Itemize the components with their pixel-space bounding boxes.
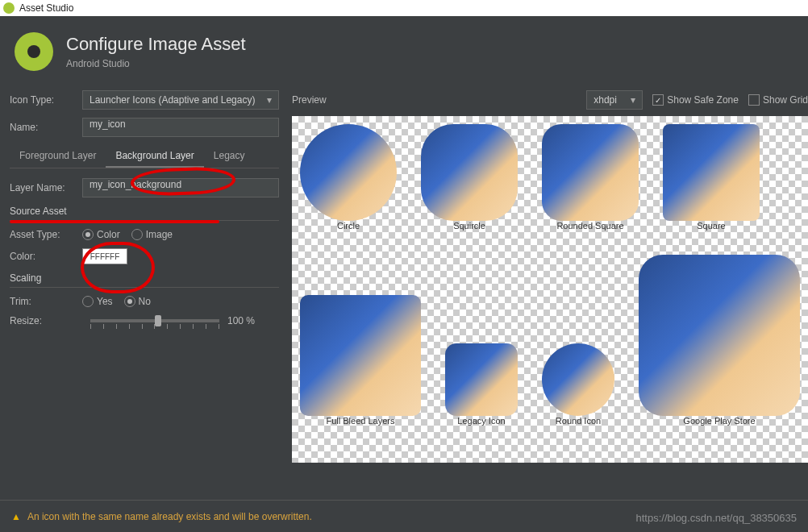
resize-value: 100 % xyxy=(227,315,255,326)
preview-label: Preview xyxy=(292,94,327,106)
safe-zone-label: Show Safe Zone xyxy=(667,94,739,106)
trim-yes-label: Yes xyxy=(97,296,113,307)
page-subtitle: Android Studio xyxy=(66,58,246,69)
resize-label: Resize: xyxy=(10,315,82,326)
density-select[interactable]: xhdpi xyxy=(586,90,643,110)
icon-type-label: Icon Type: xyxy=(10,94,82,106)
scaling-section: Scaling xyxy=(10,272,279,288)
window-title: Asset Studio xyxy=(19,2,73,14)
radio-trim-yes[interactable] xyxy=(82,296,94,307)
resize-slider[interactable] xyxy=(90,319,219,322)
radio-trim-no[interactable] xyxy=(124,296,135,307)
preview-grid: Circle Squircle Rounded Square Square Fu… xyxy=(292,116,808,463)
android-logo-icon xyxy=(15,32,53,71)
preview-legacy: Legacy Icon xyxy=(445,343,518,426)
window-titlebar: Asset Studio xyxy=(0,0,808,16)
layer-tabs: Foreground Layer Background Layer Legacy xyxy=(10,145,279,168)
preview-circle: Circle xyxy=(300,124,397,231)
icon-type-select[interactable]: Launcher Icons (Adaptive and Legacy) xyxy=(82,90,279,110)
preview-rounded: Rounded Square xyxy=(542,124,639,231)
name-input[interactable]: my_icon xyxy=(82,118,279,137)
watermark: https://blog.csdn.net/qq_38350635 xyxy=(636,512,798,524)
trim-no-label: No xyxy=(139,296,151,307)
checkbox-safe-zone[interactable] xyxy=(652,94,664,106)
radio-image[interactable] xyxy=(131,229,143,240)
radio-image-label: Image xyxy=(146,229,173,240)
show-grid-label: Show Grid xyxy=(763,94,808,106)
tab-legacy[interactable]: Legacy xyxy=(204,145,255,168)
trim-label: Trim: xyxy=(10,296,82,307)
layer-name-label: Layer Name: xyxy=(10,182,82,193)
tab-foreground[interactable]: Foreground Layer xyxy=(10,145,106,168)
preview-square: Square xyxy=(663,124,760,231)
source-asset-section: Source Asset xyxy=(10,206,279,221)
warning-text: An icon with the same name already exist… xyxy=(27,511,312,522)
radio-color-label: Color xyxy=(97,229,120,240)
preview-squircle: Squircle xyxy=(421,124,518,231)
preview-panel: Preview xhdpi Show Safe Zone Show Grid C… xyxy=(287,90,808,532)
asset-type-label: Asset Type: xyxy=(10,229,82,240)
name-label: Name: xyxy=(10,122,82,133)
color-swatch[interactable]: FFFFFF xyxy=(82,248,127,264)
warning-icon: ▲ xyxy=(11,511,21,522)
preview-full-bleed: Full Bleed Layers xyxy=(300,295,421,426)
preview-play-store: Google Play Store xyxy=(639,255,800,426)
config-panel: Icon Type: Launcher Icons (Adaptive and … xyxy=(10,90,287,532)
radio-color[interactable] xyxy=(82,229,94,240)
color-label: Color: xyxy=(10,251,82,262)
annotation-underline-layer xyxy=(10,220,219,223)
dialog-header: Configure Image Asset Android Studio xyxy=(0,16,808,90)
tab-background[interactable]: Background Layer xyxy=(106,145,203,168)
checkbox-show-grid[interactable] xyxy=(748,94,760,106)
layer-name-input[interactable]: my_icon_background xyxy=(82,178,279,197)
android-studio-icon xyxy=(3,2,15,14)
preview-round: Round Icon xyxy=(542,343,614,426)
page-title: Configure Image Asset xyxy=(66,34,246,55)
